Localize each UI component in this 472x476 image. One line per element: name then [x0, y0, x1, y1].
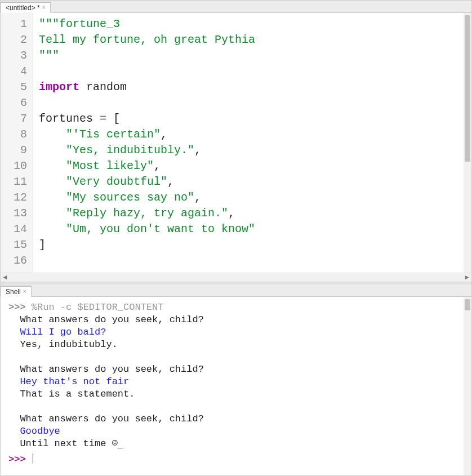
- shell-active-prompt[interactable]: >>>: [8, 454, 32, 465]
- line-number: 10: [1, 158, 27, 174]
- code-line[interactable]: "Most likely",: [39, 158, 471, 174]
- line-number: 16: [1, 253, 27, 269]
- code-token: Tell my fortune, oh great Pythia: [39, 33, 255, 46]
- code-token: [39, 175, 66, 188]
- shell-line: [8, 401, 464, 413]
- line-number-gutter: 12345678910111213141516: [1, 13, 33, 273]
- line-number: 5: [1, 79, 27, 95]
- shell-prompt: >>>: [8, 302, 32, 313]
- shell-run-command: %Run -c $EDITOR_CONTENT: [32, 302, 164, 313]
- code-token: ,: [228, 207, 235, 220]
- code-line[interactable]: "Yes, indubitubly.",: [39, 143, 471, 158]
- line-number: 15: [1, 237, 27, 253]
- shell-tab[interactable]: Shell ×: [1, 286, 32, 297]
- code-token: [39, 207, 66, 220]
- shell-output: >>> %Run -c $EDITOR_CONTENT What answers…: [8, 301, 464, 466]
- code-line[interactable]: "My sources say no",: [39, 190, 471, 206]
- shell-line: Will I go bald?: [8, 326, 464, 339]
- code-token: ]: [39, 238, 46, 251]
- line-number: 13: [1, 206, 27, 221]
- shell-user-input: Hey that's not fair: [20, 376, 129, 387]
- code-token: ,: [194, 144, 201, 157]
- line-number: 2: [1, 32, 27, 48]
- code-token: [106, 112, 113, 125]
- scroll-left-icon[interactable]: ◄: [1, 273, 10, 282]
- shell-vertical-scrollbar[interactable]: [464, 297, 471, 475]
- shell-output-line: That is a statement.: [8, 388, 464, 401]
- code-line[interactable]: """: [39, 48, 471, 64]
- code-token: ,: [154, 159, 161, 172]
- code-line[interactable]: [39, 95, 471, 111]
- line-number: 8: [1, 127, 27, 143]
- shell-line: Hey that's not fair: [8, 376, 464, 388]
- code-line[interactable]: ]: [39, 237, 471, 253]
- editor-tab-bar: <untitled> * ×: [1, 1, 471, 13]
- code-token: [39, 128, 66, 141]
- line-number: 12: [1, 190, 27, 206]
- line-number: 4: [1, 64, 27, 79]
- shell-line: >>> %Run -c $EDITOR_CONTENT: [8, 301, 464, 314]
- code-area[interactable]: """fortune_3Tell my fortune, oh great Py…: [33, 13, 471, 273]
- code-token: """: [39, 49, 59, 62]
- code-token: import: [39, 81, 79, 94]
- code-token: "Yes, indubitubly.": [66, 144, 194, 157]
- close-icon[interactable]: ×: [23, 288, 26, 295]
- shell-output-line: What answers do you seek, child?: [8, 413, 464, 425]
- line-number: 9: [1, 143, 27, 158]
- line-number: 11: [1, 174, 27, 190]
- scroll-right-icon[interactable]: ►: [462, 273, 471, 282]
- code-token: "Reply hazy, try again.": [66, 207, 228, 220]
- code-token: [39, 191, 66, 204]
- shell-output-line: What answers do you seek, child?: [8, 363, 464, 376]
- code-token: fortunes: [39, 112, 100, 125]
- code-line[interactable]: [39, 64, 471, 79]
- code-line[interactable]: import random: [39, 79, 471, 95]
- code-token: [39, 144, 66, 157]
- code-token: "Most likely": [66, 159, 154, 172]
- line-number: 7: [1, 111, 27, 127]
- shell-tab-bar: Shell ×: [1, 284, 471, 297]
- code-token: "Um, you don't want to know": [66, 223, 255, 235]
- code-line[interactable]: """fortune_3: [39, 16, 471, 32]
- code-token: [39, 223, 66, 235]
- code-line[interactable]: "Reply hazy, try again.",: [39, 206, 471, 221]
- code-token: "Very doubtful": [66, 175, 167, 188]
- code-line[interactable]: "Very doubtful",: [39, 174, 471, 190]
- code-token: [39, 159, 66, 172]
- code-line[interactable]: "'Tis certain",: [39, 127, 471, 143]
- line-number: 3: [1, 48, 27, 64]
- code-line[interactable]: Tell my fortune, oh great Pythia: [39, 32, 471, 48]
- shell-user-input: Goodbye: [20, 426, 60, 437]
- scrollbar-thumb[interactable]: [465, 15, 470, 162]
- code-line[interactable]: "Um, you don't want to know": [39, 221, 471, 237]
- editor-vertical-scrollbar[interactable]: [464, 13, 471, 273]
- editor-tab[interactable]: <untitled> * ×: [1, 2, 51, 13]
- shell-pane: Shell × >>> %Run -c $EDITOR_CONTENT What…: [1, 284, 471, 475]
- shell-output-line: Until next time ☺̲: [8, 438, 464, 450]
- scrollbar-thumb[interactable]: [465, 299, 470, 310]
- editor-pane: <untitled> * × 12345678910111213141516 "…: [1, 1, 471, 282]
- close-icon[interactable]: ×: [42, 5, 46, 11]
- line-number: 14: [1, 221, 27, 237]
- text-cursor: [33, 453, 33, 464]
- code-token: "My sources say no": [66, 191, 194, 204]
- code-token: "'Tis certain": [66, 128, 161, 141]
- shell-line: Goodbye: [8, 425, 464, 438]
- editor-horizontal-scrollbar[interactable]: ◄ ►: [1, 273, 471, 282]
- shell-line[interactable]: >>>: [8, 453, 464, 466]
- code-token: """fortune_3: [39, 17, 120, 30]
- code-token: =: [100, 112, 106, 125]
- code-line[interactable]: fortunes = [: [39, 111, 471, 127]
- shell-output-line: What answers do you seek, child?: [8, 314, 464, 326]
- editor-tab-title: <untitled> *: [6, 4, 40, 12]
- shell-body[interactable]: >>> %Run -c $EDITOR_CONTENT What answers…: [1, 297, 471, 475]
- line-number: 1: [1, 16, 27, 32]
- code-token: ,: [194, 191, 201, 204]
- editor-body[interactable]: 12345678910111213141516 """fortune_3Tell…: [1, 13, 471, 273]
- shell-tab-title: Shell: [6, 288, 21, 296]
- line-number: 6: [1, 95, 27, 111]
- code-token: [: [113, 112, 120, 125]
- shell-user-input: Will I go bald?: [20, 327, 106, 337]
- code-token: ,: [161, 128, 167, 141]
- shell-line: [8, 351, 464, 363]
